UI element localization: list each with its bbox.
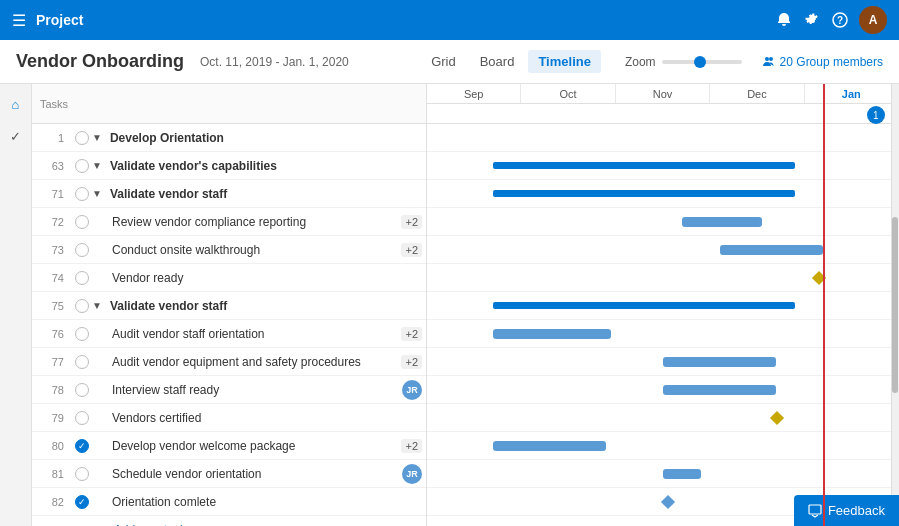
expand-icon[interactable]: ▼: [92, 188, 102, 199]
expand-icon[interactable]: ▼: [92, 300, 102, 311]
add-task-row[interactable]: + + Add new task: [32, 516, 426, 526]
task-check[interactable]: ✓: [72, 439, 92, 453]
tab-timeline[interactable]: Timeline: [528, 50, 601, 73]
app-title: Project: [36, 12, 83, 28]
tab-grid[interactable]: Grid: [421, 50, 466, 73]
settings-icon[interactable]: [803, 11, 821, 29]
gantt-bar[interactable]: [493, 190, 795, 197]
today-line: [823, 84, 825, 526]
expand-icon[interactable]: ▼: [92, 160, 102, 171]
user-avatar[interactable]: A: [859, 6, 887, 34]
task-row[interactable]: 78 Interview staff ready JR: [32, 376, 426, 404]
feedback-label: Feedback: [828, 503, 885, 518]
task-check[interactable]: ✓: [72, 495, 92, 509]
diamond-milestone[interactable]: [769, 411, 783, 425]
diamond-milestone[interactable]: [661, 495, 675, 509]
gantt-row: [427, 152, 899, 180]
task-check[interactable]: [72, 299, 92, 313]
task-list: 1 ▼ Develop Orientation 63 ▼ Validate ve…: [32, 124, 426, 516]
task-empty-icon: [75, 271, 89, 285]
task-row[interactable]: 71 ▼ Validate vendor staff: [32, 180, 426, 208]
task-check[interactable]: [72, 187, 92, 201]
task-row[interactable]: 79 Vendors certified: [32, 404, 426, 432]
task-check[interactable]: [72, 411, 92, 425]
gantt-bar[interactable]: [493, 302, 795, 309]
check-icon[interactable]: ✓: [4, 124, 28, 148]
zoom-label: Zoom: [625, 55, 656, 69]
gantt-panel: Sep Oct Nov Dec Jan 1: [427, 84, 899, 526]
task-name: Review vendor compliance reporting: [108, 215, 401, 229]
task-row[interactable]: 1 ▼ Develop Orientation: [32, 124, 426, 152]
month-oct: Oct: [521, 84, 615, 103]
group-members-label: 20 Group members: [780, 55, 883, 69]
task-check[interactable]: [72, 355, 92, 369]
gantt-bar[interactable]: [493, 441, 606, 451]
task-badge: +2: [401, 355, 422, 369]
task-check[interactable]: [72, 327, 92, 341]
task-name: Develop Orientation: [106, 131, 426, 145]
task-empty-icon: [75, 131, 89, 145]
gantt-bar[interactable]: [663, 357, 776, 367]
task-empty-icon: [75, 159, 89, 173]
zoom-thumb[interactable]: [694, 56, 706, 68]
gantt-row: [427, 376, 899, 404]
task-num: 63: [32, 160, 72, 172]
group-members[interactable]: 20 Group members: [762, 55, 883, 69]
task-empty-icon: [75, 215, 89, 229]
task-check[interactable]: [72, 215, 92, 229]
task-check[interactable]: [72, 467, 92, 481]
feedback-button[interactable]: Feedback: [794, 495, 899, 526]
task-check[interactable]: [72, 271, 92, 285]
gantt-row: [427, 320, 899, 348]
task-row[interactable]: 75 ▼ Validate vendor staff: [32, 292, 426, 320]
gantt-bar[interactable]: [682, 217, 762, 227]
gantt-bar[interactable]: [493, 162, 795, 169]
add-task-plus-icon: +: [92, 522, 100, 526]
task-badge: +2: [401, 215, 422, 229]
gantt-bar[interactable]: [493, 329, 611, 339]
gantt-row: [427, 432, 899, 460]
sub-header: Vendor Onboarding Oct. 11, 2019 - Jan. 1…: [0, 40, 899, 84]
month-dec: Dec: [710, 84, 804, 103]
gantt-row: [427, 208, 899, 236]
gantt-row: [427, 292, 899, 320]
task-row[interactable]: 63 ▼ Validate vendor's capabilities: [32, 152, 426, 180]
task-check[interactable]: [72, 131, 92, 145]
gantt-bar[interactable]: [663, 385, 776, 395]
scroll-bar[interactable]: [891, 84, 899, 526]
task-row[interactable]: 74 Vendor ready: [32, 264, 426, 292]
task-row[interactable]: 73 Conduct onsite walkthrough +2: [32, 236, 426, 264]
scroll-thumb[interactable]: [892, 217, 898, 394]
help-icon[interactable]: ?: [831, 11, 849, 29]
task-row[interactable]: 76 Audit vendor staff orientation +2: [32, 320, 426, 348]
feedback-icon: [808, 504, 822, 518]
gantt-bar[interactable]: [663, 469, 701, 479]
notification-icon[interactable]: [775, 11, 793, 29]
task-check[interactable]: [72, 383, 92, 397]
tab-board[interactable]: Board: [470, 50, 525, 73]
task-check[interactable]: [72, 243, 92, 257]
today-day: 1: [873, 110, 879, 121]
home-icon[interactable]: ⌂: [4, 92, 28, 116]
task-row[interactable]: 82 ✓ Orientation comlete: [32, 488, 426, 516]
task-num: 74: [32, 272, 72, 284]
task-name: Audit vendor equipment and safety proced…: [108, 355, 401, 369]
task-list-header: Tasks: [40, 98, 68, 110]
task-row[interactable]: 77 Audit vendor equipment and safety pro…: [32, 348, 426, 376]
task-row[interactable]: 81 Schedule vendor orientation JR: [32, 460, 426, 488]
zoom-slider[interactable]: [662, 60, 742, 64]
expand-icon[interactable]: ▼: [92, 132, 102, 143]
task-row[interactable]: 72 Review vendor compliance reporting +2: [32, 208, 426, 236]
task-check[interactable]: [72, 159, 92, 173]
task-empty-icon: [75, 187, 89, 201]
task-name: Validate vendor's capabilities: [106, 159, 426, 173]
task-num: 77: [32, 356, 72, 368]
gantt-row: [427, 236, 899, 264]
task-row[interactable]: 80 ✓ Develop vendor welcome package +2: [32, 432, 426, 460]
task-empty-icon: [75, 243, 89, 257]
task-badge: +2: [401, 327, 422, 341]
task-num: 71: [32, 188, 72, 200]
gantt-bar[interactable]: [720, 245, 824, 255]
task-name: Orientation comlete: [108, 495, 426, 509]
hamburger-menu[interactable]: ☰: [12, 11, 26, 30]
